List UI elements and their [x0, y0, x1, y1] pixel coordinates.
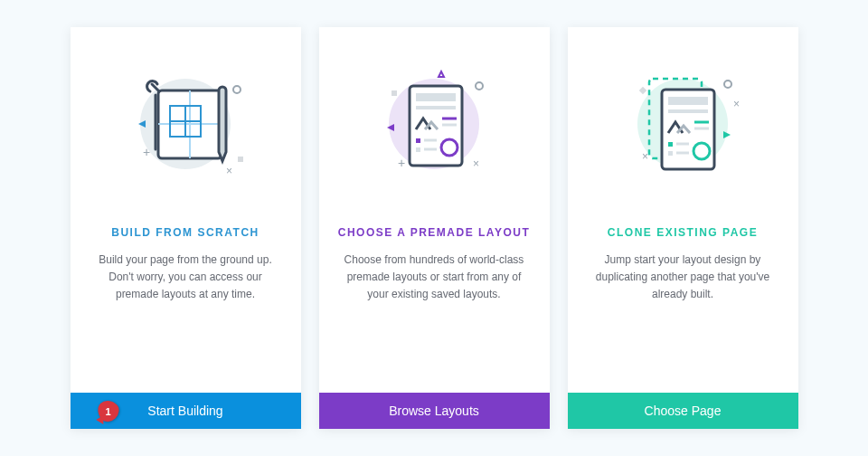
svg-text:×: ×: [642, 150, 648, 163]
svg-rect-44: [639, 87, 646, 94]
svg-rect-21: [416, 147, 420, 152]
card-desc: Build your page from the ground up. Don'…: [87, 252, 285, 304]
svg-text:+: +: [398, 156, 405, 170]
svg-text:×: ×: [226, 165, 232, 177]
annotation-marker: 1: [93, 396, 123, 426]
svg-rect-15: [416, 93, 456, 101]
card-title: CLONE EXISTING PAGE: [579, 226, 788, 239]
card-premade-layout: × + CHOOSE A PREMADE LAYOUT Choose from …: [319, 27, 550, 429]
card-row: + × BUILD FROM SCRATCH Build your page f…: [0, 0, 868, 429]
card-build-from-scratch: + × BUILD FROM SCRATCH Build your page f…: [71, 27, 301, 429]
svg-rect-27: [392, 90, 397, 96]
card-title: BUILD FROM SCRATCH: [81, 226, 290, 239]
illustration-clone-page: × ×: [568, 27, 798, 208]
card-title: CHOOSE A PREMADE LAYOUT: [330, 226, 539, 239]
svg-text:+: +: [143, 145, 150, 159]
illustration-premade-layout: × +: [319, 27, 550, 208]
svg-rect-12: [238, 157, 243, 162]
card-clone-page: × × CLONE EXISTING PAGE Jump start your …: [568, 27, 798, 429]
svg-marker-24: [439, 71, 444, 77]
browse-layouts-button[interactable]: Browse Layouts: [319, 393, 550, 429]
svg-text:×: ×: [473, 157, 479, 170]
card-desc: Jump start your layout design by duplica…: [584, 252, 782, 304]
svg-text:×: ×: [733, 98, 740, 110]
svg-rect-34: [668, 109, 708, 113]
svg-rect-19: [416, 138, 420, 143]
illustration-build-from-scratch: + ×: [71, 27, 301, 208]
svg-point-25: [476, 82, 483, 90]
choose-page-button[interactable]: Choose Page: [568, 393, 798, 429]
svg-rect-33: [668, 97, 708, 105]
svg-rect-37: [668, 142, 673, 147]
svg-rect-16: [416, 106, 456, 109]
svg-point-42: [724, 81, 731, 88]
button-label: Browse Layouts: [389, 404, 479, 418]
annotation-number: 1: [105, 405, 110, 416]
button-label: Choose Page: [645, 404, 722, 418]
svg-point-9: [233, 86, 241, 93]
button-label: Start Building: [147, 404, 222, 418]
card-desc: Choose from hundreds of world-class prem…: [335, 252, 533, 304]
svg-rect-39: [668, 151, 673, 156]
start-building-button[interactable]: 1 Start Building: [71, 393, 301, 429]
